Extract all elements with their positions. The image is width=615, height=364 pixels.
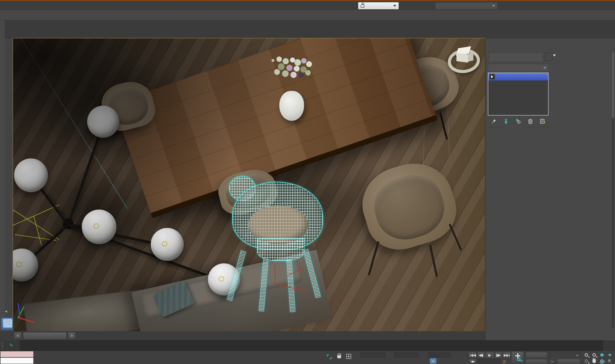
lamp-sphere[interactable] <box>151 228 184 261</box>
panel-scrollbar[interactable] <box>612 52 614 328</box>
modifier-list-dropdown[interactable] <box>488 64 548 72</box>
wireframe-leg <box>259 259 269 312</box>
track-bar: ∿ <box>0 340 615 351</box>
maxscript-mini-listener-pink[interactable] <box>0 351 33 357</box>
expand-icon[interactable] <box>490 74 495 79</box>
chevron-down-icon <box>492 5 495 7</box>
selection-lock-brackets-icon[interactable] <box>326 354 333 360</box>
key-mode-toggle[interactable]: ◀▶ <box>469 359 477 364</box>
workspaces-dropdown[interactable] <box>435 2 497 9</box>
x-coord-field[interactable] <box>360 352 385 359</box>
next-frame-button[interactable]: ▮▶ <box>495 352 502 358</box>
current-frame-field[interactable] <box>477 359 500 364</box>
stack-tool-row <box>488 117 548 125</box>
absolute-offset-mode-icon[interactable] <box>345 353 352 360</box>
viewcube-front-face[interactable] <box>456 53 468 63</box>
panel-scroll-arrow[interactable] <box>553 54 556 56</box>
lamp-sphere[interactable] <box>87 105 119 138</box>
configure-modifier-sets-icon[interactable] <box>539 118 546 124</box>
make-unique-icon[interactable] <box>515 118 521 124</box>
go-to-start-button[interactable]: |◀◀ <box>469 352 477 358</box>
wireframe-leg <box>303 249 321 298</box>
window-title-strip <box>0 0 615 2</box>
maximize-viewport-icon[interactable]: ⇱ <box>606 358 614 364</box>
zoom-region-icon[interactable] <box>583 358 590 364</box>
zoom-extents-all-icon[interactable] <box>606 352 614 358</box>
user-icon <box>361 4 364 8</box>
lamp-logo <box>219 276 224 282</box>
previous-frame-button[interactable]: ◀▮ <box>477 352 485 358</box>
set-keys-button[interactable] <box>512 351 523 363</box>
orbit-icon[interactable] <box>598 358 606 364</box>
zoom-all-icon[interactable] <box>590 352 598 358</box>
viewcube-side-face[interactable] <box>468 52 473 62</box>
selection-lock-icon[interactable] <box>336 353 343 359</box>
auto-key-button[interactable] <box>526 352 547 358</box>
zoom-icon[interactable] <box>583 352 590 358</box>
mini-curve-editor-icon[interactable]: ∿ <box>9 342 13 348</box>
modifier-stack <box>488 73 548 116</box>
previous-frame-button[interactable]: < <box>14 332 21 339</box>
flowers <box>272 59 274 62</box>
set-key-button[interactable] <box>526 359 547 364</box>
lamp-logo <box>162 241 167 247</box>
trackbar-grip[interactable] <box>1 341 4 349</box>
play-button[interactable]: ▶ <box>486 352 494 358</box>
ribbon <box>0 20 615 38</box>
viewport-canvas[interactable] <box>13 38 485 331</box>
pin-stack-icon[interactable] <box>491 118 497 124</box>
menu-bar <box>0 2 615 10</box>
time-slider-row: < > <box>0 331 485 340</box>
viewport-layout-tab[interactable] <box>1 318 13 330</box>
command-panel <box>485 38 615 364</box>
object-color-swatch[interactable] <box>545 52 552 61</box>
zoom-extents-icon[interactable] <box>598 352 606 358</box>
3ds-max-window: ◀ <box>0 0 615 364</box>
pliers-icon[interactable]: ✂ <box>549 359 556 364</box>
viewcube[interactable] <box>448 45 481 76</box>
object-name-field[interactable] <box>489 52 543 61</box>
timeline-ruler[interactable] <box>20 340 603 351</box>
next-frame-button[interactable]: > <box>68 332 76 339</box>
remove-modifier-icon[interactable] <box>527 118 533 124</box>
sign-in-button[interactable] <box>358 2 399 9</box>
wireframe-seat-apron <box>257 238 304 261</box>
maxscript-mini-listener[interactable] <box>0 358 33 364</box>
pivot-axis-line <box>275 265 275 283</box>
time-slider-frame-display[interactable] <box>23 332 67 339</box>
chevron-down-icon <box>543 67 546 69</box>
lamp-sphere[interactable] <box>82 209 116 244</box>
chevron-down-icon <box>393 5 396 7</box>
lamp-logo <box>16 262 22 267</box>
vase[interactable] <box>279 91 304 121</box>
z-coord-field[interactable] <box>428 352 451 359</box>
time-configuration-icon[interactable]: ◷ <box>500 359 508 364</box>
wireframe-leg <box>286 259 295 312</box>
show-end-result-icon[interactable] <box>503 118 509 124</box>
key-filters-button[interactable] <box>557 359 580 364</box>
workspaces-control <box>433 2 497 9</box>
add-time-tag-icon[interactable]: ◇ <box>430 358 437 364</box>
pan-hand-icon[interactable] <box>590 358 598 364</box>
toolbar-dock-strip <box>0 20 4 331</box>
go-to-end-button[interactable]: ▶▶| <box>503 352 511 358</box>
key-filter-dropdown[interactable] <box>549 352 581 359</box>
lamp-logo <box>94 223 99 229</box>
selected-chair-wireframe[interactable] <box>230 176 327 312</box>
y-coord-field[interactable] <box>394 352 419 359</box>
stack-item-editable-poly[interactable] <box>488 73 548 80</box>
flower-bouquet[interactable] <box>267 57 319 95</box>
status-bar: ◇ |◀◀ ◀▮ ▶ ▮▶ ▶▶| ◀▶ ◷ ✂ ⇱ <box>0 351 615 364</box>
viewport-layout-arrow[interactable]: ◀ <box>3 308 9 314</box>
main-toolbar <box>0 10 615 20</box>
lamp-sphere[interactable] <box>14 158 48 192</box>
